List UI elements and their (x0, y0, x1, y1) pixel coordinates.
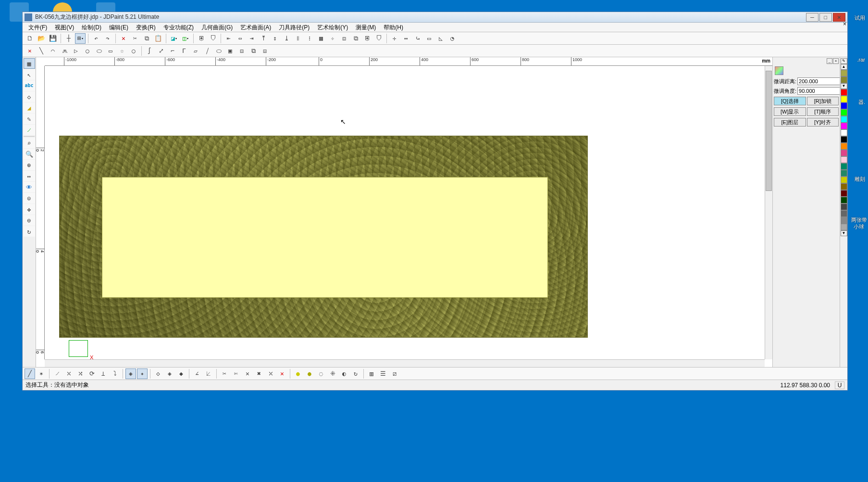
panel-min-button[interactable]: _ (827, 58, 832, 64)
polyline-tool-button[interactable]: ⩕ (59, 46, 70, 56)
save-file-button[interactable]: 💾 (48, 33, 58, 44)
menu-file[interactable]: 文件(F) (25, 23, 51, 32)
bt-angle2-button[interactable]: ⟀ (203, 368, 214, 379)
color-swatch[interactable] (841, 197, 847, 203)
open-file-button[interactable]: 📂 (36, 33, 47, 44)
bt-3d2-button[interactable]: ☰ (378, 368, 388, 379)
bt-perp-button[interactable]: ⊥ (98, 368, 109, 379)
bt-diamond1-button[interactable]: ◇ (153, 368, 163, 379)
cut-button[interactable]: ✂ (130, 33, 140, 44)
color-swatch[interactable] (841, 217, 847, 224)
bt-snap1-button[interactable]: ◈ (125, 368, 136, 379)
polygon-tool-button[interactable]: ○ (128, 46, 139, 56)
star-tool-button[interactable]: ☆ (117, 46, 127, 56)
select-tool-button[interactable]: ▦ (24, 58, 35, 69)
color-swatch[interactable] (841, 123, 847, 129)
ungroup-button[interactable]: ⧉ (350, 33, 361, 44)
align-bottom-button[interactable]: ⤓ (281, 33, 292, 44)
curve3-button[interactable]: ⌐ (167, 46, 178, 56)
arrow-tool-button[interactable]: ▷ (71, 46, 81, 56)
measure-rect-button[interactable]: ▭ (424, 33, 434, 44)
bt-cut1-button[interactable]: ✂ (219, 368, 230, 379)
menu-help[interactable]: 帮助(H) (380, 23, 407, 32)
curve6-button[interactable]: ⧸ (202, 46, 212, 56)
layer-button[interactable]: ◫▾ (180, 33, 191, 44)
panel-select-button[interactable]: [Q]选择 (774, 97, 806, 105)
text-tool-button[interactable]: abc (24, 80, 35, 91)
bt-break2-button[interactable]: ✖ (254, 368, 264, 379)
align-center-h-button[interactable]: ⇔ (235, 33, 246, 44)
lock-outline-button[interactable]: ⛨ (362, 33, 372, 44)
distribute-v-button[interactable]: ⫶ (304, 33, 315, 44)
close-button[interactable]: ✕ (833, 13, 845, 22)
status-mode[interactable]: U (835, 381, 844, 389)
bt-bulb2-button[interactable]: ● (304, 368, 315, 379)
curve7-button[interactable]: ⬭ (213, 46, 224, 56)
group-button[interactable]: ⧈ (339, 33, 349, 44)
shield1-button[interactable]: ⛨ (196, 33, 207, 44)
color-swatch[interactable] (841, 210, 847, 217)
menu-transform[interactable]: 变换(R) (132, 23, 160, 32)
bt-3d3-button[interactable]: ⧄ (389, 368, 400, 379)
color-swatch[interactable] (841, 190, 847, 197)
curve9-button[interactable]: ⧈ (236, 46, 247, 56)
color-swatch[interactable] (841, 150, 847, 156)
paste-button[interactable]: 📋 (153, 33, 163, 44)
undo-button[interactable]: ↶ (91, 33, 101, 44)
color-swatch[interactable] (841, 109, 847, 116)
bt-angle1-button[interactable]: ∠ (192, 368, 202, 379)
bt-diamond2-button[interactable]: ◈ (164, 368, 175, 379)
menu-measure[interactable]: 测量(M) (352, 23, 380, 32)
shape-tool-button[interactable]: ◇ (24, 91, 35, 102)
brush-tool-button[interactable]: ⟋ (24, 125, 35, 135)
bt-span1-button[interactable]: ⟋ (52, 368, 62, 379)
bt-misc2-button[interactable]: ⁜ (327, 368, 338, 379)
color-swatch[interactable] (841, 116, 847, 123)
refresh-button[interactable]: ↻ (24, 226, 35, 237)
curve2-button[interactable]: ⤢ (156, 46, 166, 56)
menu-art-surface[interactable]: 艺术曲面(A) (236, 23, 275, 32)
curve8-button[interactable]: ▣ (225, 46, 236, 56)
menu-art-draw[interactable]: 艺术绘制(Y) (313, 23, 352, 32)
scrollbar-horizontal[interactable] (45, 359, 765, 367)
pan-tool-button[interactable]: ↔ (24, 171, 35, 181)
fill-tool-button[interactable]: ◢ (24, 102, 35, 113)
rectangle-tool-button[interactable]: ▭ (105, 46, 116, 56)
panel-order-button[interactable]: [T]顺序 (807, 107, 839, 116)
center-button[interactable]: ✧ (327, 33, 338, 44)
zoom-fit-button[interactable]: ⊙ (24, 193, 35, 203)
measure-cross-button[interactable]: ✛ (389, 33, 400, 44)
snap-grid-button[interactable]: ⊞▾ (75, 33, 86, 44)
curve5-button[interactable]: ▱ (190, 46, 201, 56)
palette-tool-icon[interactable]: ✎ (841, 58, 847, 64)
menu-draw[interactable]: 绘制(D) (78, 23, 105, 32)
color-swatch[interactable] (841, 96, 847, 102)
bt-line-button[interactable]: ╱ (25, 368, 35, 379)
menu-toolpath[interactable]: 刀具路径(P) (275, 23, 313, 32)
color-swatch[interactable] (841, 70, 847, 76)
color-swatch[interactable] (841, 136, 847, 143)
menu-pro[interactable]: 专业功能(Z) (160, 23, 198, 32)
line-tool-button[interactable]: ╲ (36, 46, 47, 56)
color-swatch[interactable] (841, 102, 847, 109)
pencil-tool-button[interactable]: ✎ (24, 114, 35, 124)
bt-span3-button[interactable]: ⤮ (75, 368, 86, 379)
node-edit-tool-button[interactable]: ↖ (24, 69, 35, 80)
align-left-button[interactable]: ⇤ (223, 33, 234, 44)
bt-3d1-button[interactable]: ▥ (366, 368, 377, 379)
snap-point-button[interactable]: ┼ (63, 33, 74, 44)
measure-tri-button[interactable]: ◺ (435, 33, 446, 44)
color-swatch[interactable] (841, 203, 847, 210)
menu-view[interactable]: 视图(V) (51, 23, 78, 32)
measure-h-button[interactable]: ↔ (401, 33, 411, 44)
redo-button[interactable]: ↷ (102, 33, 113, 44)
bt-misc4-button[interactable]: ↻ (350, 368, 361, 379)
panel-show-button[interactable]: [W]显示 (774, 107, 806, 116)
scrollbar-vertical[interactable] (765, 66, 772, 359)
eye-tool-button[interactable]: 👁 (24, 182, 35, 192)
color-fill-button[interactable]: ◪▾ (169, 33, 179, 44)
bt-misc1-button[interactable]: ◌ (316, 368, 326, 379)
bt-delete-red-button[interactable]: ✕ (277, 368, 287, 379)
color-swatch[interactable] (841, 89, 847, 96)
bt-cut2-button[interactable]: ✄ (231, 368, 241, 379)
